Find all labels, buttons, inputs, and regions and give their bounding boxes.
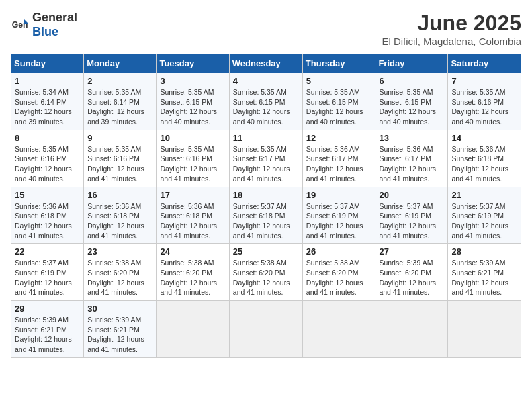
day-info: Sunrise: 5:35 AM Sunset: 6:17 PM Dayligh…: [233, 144, 299, 184]
day-info: Sunrise: 5:35 AM Sunset: 6:15 PM Dayligh…: [379, 87, 444, 127]
calendar-cell: 29 Sunrise: 5:39 AM Sunset: 6:21 PM Dayl…: [11, 301, 84, 358]
day-info: Sunrise: 5:36 AM Sunset: 6:17 PM Dayligh…: [379, 144, 444, 184]
day-info: Sunrise: 5:38 AM Sunset: 6:20 PM Dayligh…: [87, 258, 152, 298]
day-number: 4: [233, 76, 299, 86]
day-number: 1: [15, 76, 80, 86]
day-info: Sunrise: 5:35 AM Sunset: 6:16 PM Dayligh…: [87, 144, 152, 184]
calendar-cell: 17 Sunrise: 5:36 AM Sunset: 6:18 PM Dayl…: [157, 187, 229, 244]
day-info: Sunrise: 5:35 AM Sunset: 6:16 PM Dayligh…: [451, 87, 517, 127]
calendar-week-4: 22 Sunrise: 5:37 AM Sunset: 6:19 PM Dayl…: [11, 244, 521, 301]
day-info: Sunrise: 5:36 AM Sunset: 6:18 PM Dayligh…: [15, 201, 80, 241]
day-number: 30: [87, 304, 152, 314]
calendar-cell: 1 Sunrise: 5:34 AM Sunset: 6:14 PM Dayli…: [11, 73, 84, 130]
day-info: Sunrise: 5:37 AM Sunset: 6:18 PM Dayligh…: [233, 201, 299, 241]
day-number: 14: [451, 133, 517, 143]
day-number: 28: [451, 246, 517, 257]
day-number: 18: [233, 190, 299, 200]
weekday-header-thursday: Thursday: [302, 54, 375, 73]
day-info: Sunrise: 5:35 AM Sunset: 6:16 PM Dayligh…: [160, 144, 225, 184]
calendar-week-5: 29 Sunrise: 5:39 AM Sunset: 6:21 PM Dayl…: [11, 301, 521, 358]
day-number: 6: [379, 76, 444, 86]
calendar-cell: 23 Sunrise: 5:38 AM Sunset: 6:20 PM Dayl…: [84, 244, 157, 301]
day-number: 26: [306, 246, 372, 257]
calendar-cell: 30 Sunrise: 5:39 AM Sunset: 6:21 PM Dayl…: [84, 301, 157, 358]
calendar-cell: 12 Sunrise: 5:36 AM Sunset: 6:17 PM Dayl…: [302, 130, 375, 187]
day-info: Sunrise: 5:37 AM Sunset: 6:19 PM Dayligh…: [15, 258, 80, 298]
day-number: 8: [15, 133, 80, 143]
day-number: 17: [160, 190, 225, 200]
day-number: 21: [451, 190, 517, 200]
day-number: 19: [306, 190, 372, 200]
calendar-cell: [375, 301, 448, 358]
day-number: 23: [87, 246, 152, 257]
day-info: Sunrise: 5:38 AM Sunset: 6:20 PM Dayligh…: [233, 258, 299, 298]
day-number: 15: [15, 190, 80, 200]
calendar-title: June 2025: [382, 11, 521, 36]
title-area: June 2025 El Dificil, Magdalena, Colombi…: [382, 11, 521, 47]
day-number: 25: [233, 246, 299, 257]
calendar-cell: 26 Sunrise: 5:38 AM Sunset: 6:20 PM Dayl…: [302, 244, 375, 301]
day-info: Sunrise: 5:35 AM Sunset: 6:15 PM Dayligh…: [306, 87, 372, 127]
calendar-cell: 4 Sunrise: 5:35 AM Sunset: 6:15 PM Dayli…: [229, 73, 302, 130]
day-number: 12: [306, 133, 372, 143]
calendar-cell: 3 Sunrise: 5:35 AM Sunset: 6:15 PM Dayli…: [157, 73, 229, 130]
calendar-cell: 10 Sunrise: 5:35 AM Sunset: 6:16 PM Dayl…: [157, 130, 229, 187]
day-number: 5: [306, 76, 372, 86]
day-number: 22: [15, 246, 80, 257]
weekday-header-sunday: Sunday: [11, 54, 84, 73]
day-info: Sunrise: 5:34 AM Sunset: 6:14 PM Dayligh…: [15, 87, 80, 127]
day-info: Sunrise: 5:35 AM Sunset: 6:16 PM Dayligh…: [15, 144, 80, 184]
day-info: Sunrise: 5:35 AM Sunset: 6:15 PM Dayligh…: [233, 87, 299, 127]
day-number: 24: [160, 246, 225, 257]
day-number: 2: [87, 76, 152, 86]
calendar-cell: 8 Sunrise: 5:35 AM Sunset: 6:16 PM Dayli…: [11, 130, 84, 187]
calendar-cell: 28 Sunrise: 5:39 AM Sunset: 6:21 PM Dayl…: [448, 244, 521, 301]
day-number: 11: [233, 133, 299, 143]
calendar-cell: 20 Sunrise: 5:37 AM Sunset: 6:19 PM Dayl…: [375, 187, 448, 244]
day-info: Sunrise: 5:36 AM Sunset: 6:18 PM Dayligh…: [160, 201, 225, 241]
calendar-cell: 18 Sunrise: 5:37 AM Sunset: 6:18 PM Dayl…: [229, 187, 302, 244]
weekday-header-row: SundayMondayTuesdayWednesdayThursdayFrid…: [11, 54, 521, 73]
calendar-subtitle: El Dificil, Magdalena, Colombia: [382, 36, 521, 47]
day-number: 16: [87, 190, 152, 200]
calendar-cell: 16 Sunrise: 5:36 AM Sunset: 6:18 PM Dayl…: [84, 187, 157, 244]
day-number: 27: [379, 246, 444, 257]
calendar-cell: 19 Sunrise: 5:37 AM Sunset: 6:19 PM Dayl…: [302, 187, 375, 244]
calendar-cell: 25 Sunrise: 5:38 AM Sunset: 6:20 PM Dayl…: [229, 244, 302, 301]
day-info: Sunrise: 5:36 AM Sunset: 6:18 PM Dayligh…: [87, 201, 152, 241]
weekday-header-monday: Monday: [84, 54, 157, 73]
calendar-cell: 11 Sunrise: 5:35 AM Sunset: 6:17 PM Dayl…: [229, 130, 302, 187]
day-number: 10: [160, 133, 225, 143]
logo-general: General: [32, 11, 77, 24]
calendar-week-3: 15 Sunrise: 5:36 AM Sunset: 6:18 PM Dayl…: [11, 187, 521, 244]
calendar-cell: 24 Sunrise: 5:38 AM Sunset: 6:20 PM Dayl…: [157, 244, 229, 301]
day-number: 20: [379, 190, 444, 200]
calendar-cell: 27 Sunrise: 5:39 AM Sunset: 6:20 PM Dayl…: [375, 244, 448, 301]
weekday-header-saturday: Saturday: [448, 54, 521, 73]
calendar-cell: [157, 301, 229, 358]
day-info: Sunrise: 5:36 AM Sunset: 6:18 PM Dayligh…: [451, 144, 517, 184]
calendar-cell: [229, 301, 302, 358]
day-number: 29: [15, 304, 80, 314]
day-info: Sunrise: 5:35 AM Sunset: 6:15 PM Dayligh…: [160, 87, 225, 127]
calendar-week-2: 8 Sunrise: 5:35 AM Sunset: 6:16 PM Dayli…: [11, 130, 521, 187]
logo-icon: Gen: [11, 15, 30, 34]
calendar-cell: [448, 301, 521, 358]
calendar-cell: 2 Sunrise: 5:35 AM Sunset: 6:14 PM Dayli…: [84, 73, 157, 130]
day-info: Sunrise: 5:37 AM Sunset: 6:19 PM Dayligh…: [379, 201, 444, 241]
calendar-week-1: 1 Sunrise: 5:34 AM Sunset: 6:14 PM Dayli…: [11, 73, 521, 130]
calendar-cell: 5 Sunrise: 5:35 AM Sunset: 6:15 PM Dayli…: [302, 73, 375, 130]
day-info: Sunrise: 5:39 AM Sunset: 6:21 PM Dayligh…: [451, 258, 517, 298]
day-number: 13: [379, 133, 444, 143]
calendar-cell: 7 Sunrise: 5:35 AM Sunset: 6:16 PM Dayli…: [448, 73, 521, 130]
calendar-cell: 6 Sunrise: 5:35 AM Sunset: 6:15 PM Dayli…: [375, 73, 448, 130]
calendar-cell: 13 Sunrise: 5:36 AM Sunset: 6:17 PM Dayl…: [375, 130, 448, 187]
day-info: Sunrise: 5:37 AM Sunset: 6:19 PM Dayligh…: [451, 201, 517, 241]
day-info: Sunrise: 5:38 AM Sunset: 6:20 PM Dayligh…: [306, 258, 372, 298]
calendar-cell: 22 Sunrise: 5:37 AM Sunset: 6:19 PM Dayl…: [11, 244, 84, 301]
day-info: Sunrise: 5:35 AM Sunset: 6:14 PM Dayligh…: [87, 87, 152, 127]
page-header: Gen General Blue June 2025 El Dificil, M…: [11, 11, 521, 47]
calendar-table: SundayMondayTuesdayWednesdayThursdayFrid…: [11, 54, 521, 358]
calendar-cell: 9 Sunrise: 5:35 AM Sunset: 6:16 PM Dayli…: [84, 130, 157, 187]
calendar-cell: 14 Sunrise: 5:36 AM Sunset: 6:18 PM Dayl…: [448, 130, 521, 187]
